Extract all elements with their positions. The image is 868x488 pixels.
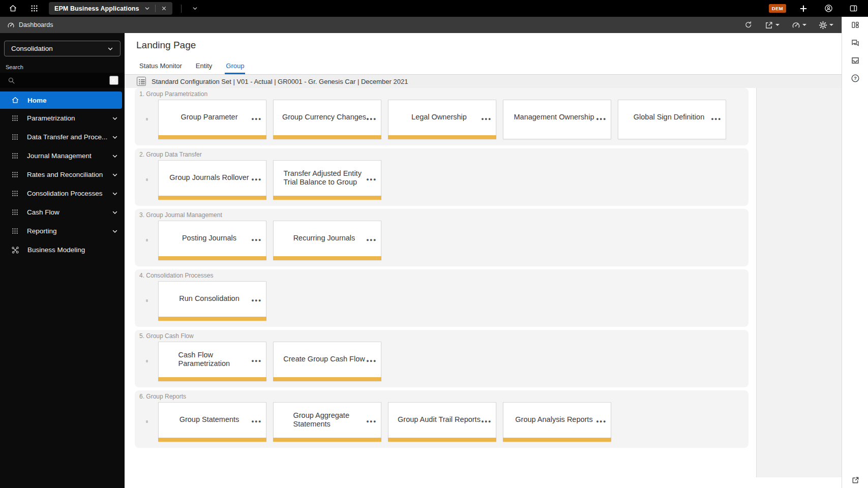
card-status-bar [388,438,496,442]
shell-top-bar: EPM Business Applications DEM [0,0,868,17]
card-more-button[interactable]: ●●● [711,116,722,121]
inbox-icon [851,56,860,65]
home-button[interactable] [5,2,20,15]
card-title: Cash Flow Parametrization [178,351,241,368]
tab-entity[interactable]: Entity [196,57,213,74]
card-more-button[interactable]: ●●● [251,419,262,424]
section-label: 1. Group Parametrization [139,90,749,98]
card-more-button[interactable]: ●●● [251,177,262,182]
tab-menu-button[interactable] [144,5,151,12]
card-more-button[interactable]: ●●● [251,298,262,303]
section-label: 2. Group Data Transfer [139,151,749,158]
settings-button[interactable] [819,21,833,29]
sidebar-item-reporting[interactable]: Reporting [0,222,125,240]
card-create-group-cash-flow[interactable]: Create Group Cash Flow ●●● [273,342,381,381]
app-tab-label: EPM Business Applications [54,5,139,12]
side-panel-toggle-button[interactable] [846,2,861,15]
share-button[interactable] [765,21,780,29]
card-group-currency-changes[interactable]: Group Currency Changes ●●● [273,100,381,139]
card-transfer-adjusted-entity-trial-balance[interactable]: Transfer Adjusted Entity Trial Balance t… [273,160,381,200]
card-status-bar [158,196,266,200]
section-handle [146,360,148,362]
card-more-button[interactable]: ●●● [596,419,607,424]
layout-panel-button[interactable] [851,20,860,29]
card-title: Create Group Cash Flow [283,355,365,363]
sidebar-item-cash-flow[interactable]: Cash Flow [0,203,125,222]
search-clear-button[interactable] [109,76,118,85]
input-controls-button[interactable] [137,77,146,86]
card-more-button[interactable]: ●●● [366,419,377,424]
card-status-bar [158,135,266,139]
grid-icon [11,227,19,235]
grid-icon [11,208,19,216]
open-external-icon [851,476,860,484]
home-icon [9,4,17,13]
app-switcher-button[interactable] [26,2,42,15]
close-icon [161,5,167,12]
card-group-analysis-reports[interactable]: Group Analysis Reports ●●● [503,402,611,442]
card-status-bar [158,256,266,260]
section-label: 6. Group Reports [139,393,749,400]
sidebar-item-data-transfer[interactable]: Data Transfer and Proce... [0,128,125,146]
card-group-aggregate-statements[interactable]: Group Aggregate Statements ●●● [273,402,381,442]
sidebar-item-business-modeling[interactable]: Business Modeling [0,240,125,259]
account-button[interactable] [821,2,836,15]
grid-icon [11,171,19,178]
sidebar-item-consolidation-processes[interactable]: Consolidation Processes [0,184,125,203]
page-right-margin [756,88,842,477]
card-run-consolidation[interactable]: Run Consolidation ●●● [158,281,266,321]
card-more-button[interactable]: ●●● [366,358,377,363]
card-group-audit-trail-reports[interactable]: Group Audit Trail Reports ●●● [388,402,496,442]
card-more-button[interactable]: ●●● [366,237,377,242]
card-more-button[interactable]: ●●● [251,358,262,363]
search-input[interactable] [20,77,109,84]
app-tab[interactable]: EPM Business Applications [49,2,172,15]
card-more-button[interactable]: ●●● [481,419,492,424]
sidebar-item-rates-reconciliation[interactable]: Rates and Reconciliation [0,165,125,184]
context-selector[interactable]: Consolidation [4,41,121,56]
comments-button[interactable] [851,38,860,47]
comments-icon [851,38,860,47]
card-more-button[interactable]: ●●● [366,116,377,121]
card-global-sign-definition[interactable]: Global Sign Definition ●●● [618,100,726,139]
main-content: Landing Page Status Monitor Entity Group… [125,33,842,488]
card-more-button[interactable]: ●●● [596,116,607,121]
tab-status-monitor[interactable]: Status Monitor [139,57,182,74]
card-group-parameter[interactable]: Group Parameter ●●● [158,100,266,139]
sidebar-item-home[interactable]: Home [0,92,122,109]
card-more-button[interactable]: ●●● [366,177,377,182]
tab-close-button[interactable] [160,5,168,13]
share-icon [765,21,773,29]
sidebar-item-journal-management[interactable]: Journal Management [0,146,125,165]
card-legal-ownership[interactable]: Legal Ownership ●●● [388,100,496,139]
jump-to-button[interactable] [792,21,806,29]
tab-group[interactable]: Group [226,57,244,74]
card-posting-journals[interactable]: Posting Journals ●●● [158,221,266,260]
inbox-button[interactable] [851,56,860,65]
card-group-journals-rollover[interactable]: Group Journals Rollover ●●● [158,160,266,200]
section-label: 3. Group Journal Management [139,211,749,219]
open-external-button[interactable] [851,476,860,484]
card-title: Group Audit Trail Reports [398,415,481,424]
card-more-button[interactable]: ●●● [251,237,262,242]
card-recurring-journals[interactable]: Recurring Journals ●●● [273,221,381,260]
card-title: Group Analysis Reports [515,415,592,424]
sidebar-item-parametrization[interactable]: Parametrization [0,109,125,128]
card-management-ownership[interactable]: Management Ownership ●●● [503,100,611,139]
card-cash-flow-parametrization[interactable]: Cash Flow Parametrization ●●● [158,342,266,381]
sidebar-item-label: Journal Management [27,152,111,160]
card-status-bar [273,256,381,260]
tab-overflow-button[interactable] [188,2,203,15]
card-more-button[interactable]: ●●● [481,116,492,121]
dashboard-canvas: 1. Group Parametrization Group Parameter… [125,88,842,477]
add-button[interactable] [796,2,811,15]
refresh-button[interactable] [744,21,753,29]
card-more-button[interactable]: ●●● [251,116,262,121]
help-button[interactable] [851,74,860,83]
card-group-statements[interactable]: Group Statements ●●● [158,402,266,442]
chevron-down-icon [111,134,118,141]
context-bar: Standard Configuration Set | V01 - Actua… [125,75,842,88]
search-box [0,73,125,88]
sidebar-item-label: Home [27,97,116,104]
breadcrumb-label: Dashboards [19,21,53,28]
